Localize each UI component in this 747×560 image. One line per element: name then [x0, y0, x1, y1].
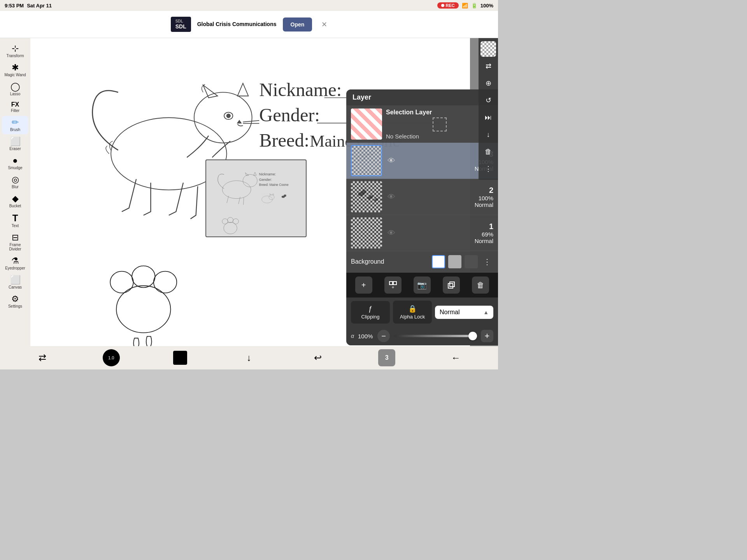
background-white-swatch[interactable] [432, 255, 445, 268]
layer-1-opacity: 69% [401, 231, 493, 238]
frame-divider-icon: ⊟ [12, 233, 19, 242]
svg-text:Breed: Maine Coone: Breed: Maine Coone [259, 183, 289, 187]
tool-settings[interactable]: ⚙ Settings [2, 292, 28, 311]
bucket-icon: ◆ [12, 194, 19, 203]
svg-marker-47 [372, 194, 373, 196]
add-group-button[interactable]: + [384, 276, 402, 294]
layer-2-row[interactable]: 👁 2 100% Normal [346, 179, 498, 215]
duplicate-icon [447, 280, 456, 290]
record-button[interactable]: REC [437, 2, 459, 9]
opacity-slider-thumb[interactable] [468, 332, 477, 340]
tool-text[interactable]: T Text [2, 211, 28, 230]
ad-banner: SDL SDL Global Crisis Communications Ope… [0, 11, 498, 38]
svg-point-38 [363, 154, 366, 158]
tool-frame-divider[interactable]: ⊟ Frame Divider [2, 231, 28, 254]
tool-canvas[interactable]: ⬜ Canvas [2, 273, 28, 292]
svg-text:Gender:: Gender: [259, 105, 320, 125]
record-dot [441, 4, 444, 7]
collapse-icon[interactable]: ↓ [480, 127, 496, 142]
background-more-options[interactable]: ⋮ [481, 257, 493, 266]
selection-layer-icon [433, 117, 447, 131]
layer-1-row[interactable]: 👁 1 69% Normal [346, 215, 498, 251]
settings-tool-icon: ⚙ [11, 295, 19, 303]
transform-right-icon[interactable]: ⇄ [480, 58, 496, 74]
selection-layer-row[interactable]: Selection Layer No Selection [346, 105, 498, 143]
layer-2-thumbnail [351, 181, 382, 212]
tool-filter[interactable]: FX Filter [2, 99, 28, 115]
tool-brush[interactable]: ✏ Brush [2, 116, 28, 134]
status-right: REC 📶 🔋 100% [437, 2, 493, 9]
layer-3-row[interactable]: Nickname 👁 3 100% Normal [346, 143, 498, 179]
more-right-icon[interactable]: ⋮ [480, 161, 496, 177]
battery-level: 100% [480, 3, 493, 9]
tool-eraser[interactable]: ⬜ Eraser [2, 135, 28, 153]
checkerboard-icon[interactable] [480, 41, 496, 57]
down-arrow-button[interactable]: ↓ [239, 348, 259, 368]
svg-text:Nickname:: Nickname: [259, 172, 276, 176]
svg-point-8 [116, 286, 170, 333]
tool-lasso[interactable]: ◯ Lasso [2, 80, 28, 98]
delete-right-icon[interactable]: 🗑 [480, 144, 496, 159]
color-swatch-button[interactable] [170, 348, 190, 368]
opacity-decrease-button[interactable]: − [377, 330, 390, 342]
svg-point-34 [284, 194, 286, 197]
undo-bottom-icon: ↩ [314, 352, 322, 363]
layer-2-eye[interactable]: 👁 [386, 191, 397, 203]
move-icon[interactable]: ⊕ [480, 75, 496, 91]
brush-size-button[interactable]: 1.0 [102, 348, 121, 368]
back-button[interactable]: ← [446, 348, 465, 368]
tool-eyedropper[interactable]: ⚗ Eyedropper [2, 254, 28, 273]
undo-right-icon[interactable]: ↺ [480, 93, 496, 108]
ad-close-button[interactable]: ✕ [321, 20, 327, 29]
svg-point-18 [222, 181, 251, 199]
settings-label: Settings [8, 304, 22, 308]
svg-text:Nickname: Nickname [367, 154, 373, 155]
opacity-alpha-symbol: α [351, 333, 354, 339]
text-tool-icon: T [12, 214, 18, 223]
tool-smudge[interactable]: ● Smudge [2, 154, 28, 172]
opacity-slider-fill [394, 335, 477, 337]
blend-mode-select[interactable]: Normal ▲ [435, 306, 493, 319]
svg-text:+: + [391, 285, 394, 290]
eraser-icon: ⬜ [10, 137, 21, 146]
background-gray-swatch[interactable] [448, 255, 461, 268]
svg-point-1 [194, 92, 252, 143]
smudge-icon: ● [12, 156, 18, 165]
camera-button[interactable]: 📷 [414, 276, 431, 294]
add-layer-button[interactable]: + [355, 276, 372, 294]
opacity-slider[interactable] [394, 335, 477, 337]
swap-colors-button[interactable]: ⇄ [33, 348, 52, 368]
svg-rect-51 [393, 282, 396, 285]
opacity-increase-button[interactable]: + [481, 330, 493, 342]
tool-bucket[interactable]: ◆ Bucket [2, 192, 28, 210]
layer-count-value: 3 [385, 354, 389, 361]
tool-transform[interactable]: ⊹ Transform [2, 42, 28, 60]
layer-1-eye[interactable]: 👁 [386, 227, 397, 239]
layer-3-eye[interactable]: 👁 [386, 155, 397, 167]
layer-3-thumbnail: Nickname [351, 145, 382, 176]
magic-wand-icon: ✱ [12, 63, 19, 72]
frame-divider-label: Frame Divider [4, 243, 27, 251]
svg-point-30 [269, 195, 274, 200]
canvas-preview-thumbnail: Nickname: Gender: Breed: Maine Coone [205, 159, 307, 237]
alpha-lock-button[interactable]: 🔒 Alpha Lock [393, 301, 432, 324]
svg-point-41 [361, 190, 366, 194]
undo-bottom-button[interactable]: ↩ [308, 348, 328, 368]
tool-blur[interactable]: ◎ Blur [2, 173, 28, 191]
status-date: Sat Apr 11 [27, 3, 52, 9]
svg-point-4 [224, 112, 233, 120]
svg-marker-3 [237, 83, 248, 96]
add-group-icon: + [388, 280, 398, 290]
status-bar: 9:53 PM Sat Apr 11 REC 📶 🔋 100% [0, 0, 498, 11]
background-row[interactable]: Background ⋮ [346, 251, 498, 273]
tool-magic-wand[interactable]: ✱ Magic Wand [2, 61, 28, 79]
ad-text: Global Crisis Communications [197, 21, 277, 28]
duplicate-button[interactable] [443, 276, 460, 294]
background-dark-swatch[interactable] [465, 255, 478, 268]
clipping-button[interactable]: ƒ Clipping [351, 301, 390, 324]
layer-count-button[interactable]: 3 [377, 348, 396, 368]
skip-icon[interactable]: ⏭ [480, 110, 496, 125]
brush-icon: ✏ [12, 118, 19, 127]
delete-layer-button[interactable]: 🗑 [472, 276, 489, 294]
ad-open-button[interactable]: Open [283, 18, 312, 32]
